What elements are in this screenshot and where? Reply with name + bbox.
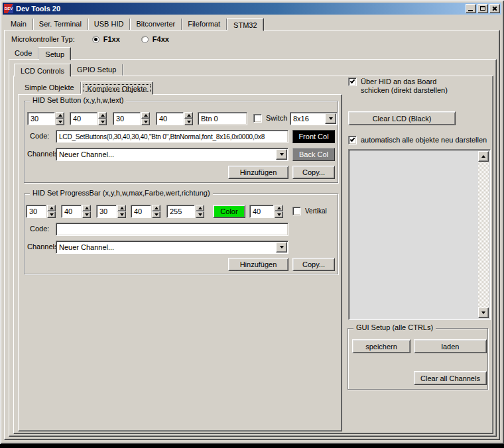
check-icon [350,137,355,142]
hid-set-button-title: HID Set Button (x,y,h,w,text) [30,96,126,104]
chevron-down-icon[interactable] [276,149,287,160]
switch-label: Switch [266,114,287,123]
scroll-down-button[interactable] [478,308,489,318]
titlebar[interactable]: DEV Dev Tools 20 [3,3,501,15]
pb-wert-spinner[interactable]: 40 [249,205,283,218]
btn-y-spinner[interactable]: 40 [70,112,107,125]
hid-send-checkbox[interactable]: Über HID an das Board schicken (direkt d… [348,78,481,95]
window-title: Dev Tools 20 [16,5,466,13]
tab-main[interactable]: Main [5,19,33,30]
clear-lcd-button[interactable]: Clear LCD (Black) [348,111,456,125]
spin-down-icon[interactable] [56,119,64,125]
font-select[interactable]: 8x16 [290,112,338,125]
pb-max-spinner[interactable]: 255 [166,205,204,218]
btn-h-spinner[interactable]: 30 [113,112,150,125]
hid-set-button-group: HID Set Button (x,y,h,w,text) 30 40 30 [24,101,338,183]
switch-checkbox[interactable]: Switch [253,114,287,123]
tab-gpio-setup[interactable]: GPIO Setup [71,64,123,76]
setup-page: LCD Controls GPIO Setup Simple Objekte K… [9,59,497,437]
spin-down-icon[interactable] [47,211,56,218]
spin-down-icon[interactable] [152,211,160,218]
chevron-down-icon[interactable] [276,242,287,252]
radio-f4xx-label[interactable]: F4xx [153,35,169,43]
btn-code-input[interactable]: LCD_SetButtons(0,30,40,30,40,"Btn 0",Btn… [56,130,288,143]
tab-komplexe-objekte[interactable]: Komplexe Objekte [81,82,154,95]
hid-set-progressbar-group: HID Set ProgressBar (x,y,h,w,max,Farbe,w… [24,194,338,274]
spin-down-icon[interactable] [141,119,150,125]
close-button[interactable] [489,4,500,13]
spin-up-icon[interactable] [98,112,107,119]
tab-lcd-controls[interactable]: LCD Controls [14,64,71,77]
btn-copy-button[interactable]: Copy... [292,166,335,179]
back-col-button[interactable]: Back Col [292,148,335,161]
auto-redraw-checkbox[interactable]: automatisch alle objekte neu darstellen [348,136,491,144]
spin-down-icon[interactable] [98,119,107,125]
spin-up-icon[interactable] [196,205,204,211]
tab-usb-hid[interactable]: USB HID [88,19,131,30]
tab-stm32[interactable]: STM32 [227,18,263,31]
mcu-type-label: Microkontroller Typ: [11,35,75,43]
radio-f1xx[interactable] [92,36,99,43]
spin-down-icon[interactable] [275,211,283,218]
btn-text-input[interactable]: Btn 0 [198,112,247,125]
pb-h-spinner[interactable]: 30 [96,205,126,218]
pb-color-button[interactable]: Color [213,205,245,218]
spin-down-icon[interactable] [184,119,193,125]
spin-up-icon[interactable] [56,112,64,119]
vertical-scrollbar[interactable] [478,151,489,318]
spin-up-icon[interactable] [117,205,126,211]
spin-down-icon[interactable] [82,211,91,218]
spin-down-icon[interactable] [196,211,204,218]
arrow-down-icon [481,311,485,314]
radio-f1xx-label[interactable]: F1xx [103,35,120,43]
btn-hinzufuegen-button[interactable]: Hinzufügen [228,166,288,179]
pb-x-spinner[interactable]: 30 [26,205,56,218]
btn-channels-select[interactable]: Neuer Channel... [56,148,288,161]
app-window: DEV Dev Tools 20 Main Ser. Terminal USB … [0,0,504,444]
tab-code[interactable]: Code [9,48,38,59]
radio-f4xx[interactable] [141,36,149,43]
spin-up-icon[interactable] [152,205,160,211]
objects-listbox[interactable] [348,149,491,320]
scroll-up-button[interactable] [478,151,489,162]
pb-copy-button[interactable]: Copy... [292,258,335,271]
setup-tabstrip: Code Setup [9,46,71,59]
tab-simple-objekte[interactable]: Simple Objekte [19,82,81,93]
clear-all-channels-button[interactable]: Clear all Channels [414,371,487,385]
pb-y-spinner[interactable]: 40 [61,205,91,218]
pb-code-label: Code: [30,225,49,233]
front-col-button[interactable]: Front Col [292,130,335,143]
minimize-button[interactable] [466,4,476,13]
pb-channels-select[interactable]: Neuer Channel... [56,241,288,254]
right-panel: Über HID an das Board schicken (direkt d… [347,78,492,432]
spin-down-icon[interactable] [117,211,126,218]
tab-bitconverter[interactable]: Bitconverter [130,19,182,30]
btn-x-spinner[interactable]: 30 [27,112,64,125]
vertikal-checkbox[interactable]: Vertikal [292,207,327,215]
stm32-page: Microkontroller Typ: F1xx F4xx Code Setu… [4,30,500,440]
spin-up-icon[interactable] [275,205,283,211]
tab-fileformat[interactable]: Fileformat [182,19,227,30]
pb-code-input[interactable] [56,223,288,236]
maximize-button[interactable] [477,4,488,13]
spin-up-icon[interactable] [184,112,193,119]
tab-ser-terminal[interactable]: Ser. Terminal [33,19,88,30]
arrow-up-icon [481,155,485,158]
pb-w-spinner[interactable]: 40 [131,205,160,218]
maximize-icon [480,6,485,11]
spin-up-icon[interactable] [82,205,91,211]
objekt-tabstrip: Simple Objekte Komplexe Objekte [19,80,153,93]
chevron-down-icon[interactable] [325,113,336,124]
laden-button[interactable]: laden [414,339,487,353]
speichern-button[interactable]: speichern [352,339,410,353]
tab-setup[interactable]: Setup [38,47,71,60]
gui-setup-group: GUI Setup (alle CTRLs) speichern laden C… [347,328,488,390]
spin-up-icon[interactable] [141,112,150,119]
btn-code-label: Code: [30,132,49,140]
komplexe-objekte-page: HID Set Button (x,y,h,w,text) 30 40 30 [18,94,342,431]
spin-up-icon[interactable] [47,205,56,211]
lcd-tabstrip: LCD Controls GPIO Setup [14,63,123,76]
focus-rect [84,84,151,92]
btn-w-spinner[interactable]: 40 [156,112,193,125]
pb-hinzufuegen-button[interactable]: Hinzufügen [228,258,288,271]
